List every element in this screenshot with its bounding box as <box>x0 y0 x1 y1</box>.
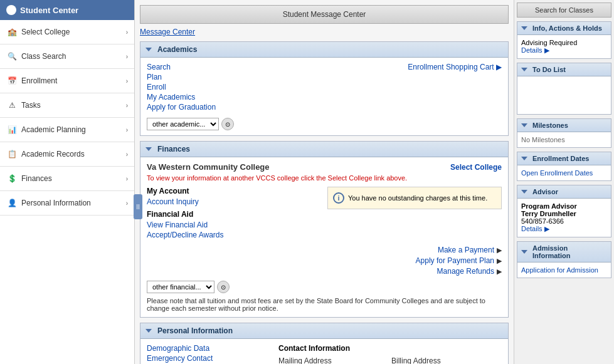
message-center-link[interactable]: Message Center <box>140 28 195 36</box>
chevron-right-icon-5: › <box>126 127 128 133</box>
view-financial-aid-link[interactable]: View Financial Aid <box>147 221 321 229</box>
demographic-data-link[interactable]: Demographic Data <box>147 344 272 353</box>
enrollment-cart-link[interactable]: Enrollment Shopping Cart ▶ <box>408 63 502 71</box>
academic-planning-icon: 📊 <box>6 124 18 135</box>
finances-right: i You have no outstanding charges at thi… <box>327 187 502 241</box>
fees-note: Please note that all tuition and most fe… <box>147 297 502 312</box>
account-inquiry-link[interactable]: Account Inquiry <box>147 197 321 206</box>
charges-box: i You have no outstanding charges at thi… <box>327 187 502 209</box>
sidebar-label-personal-information: Personal Information <box>21 199 91 207</box>
academics-dropdown[interactable]: other academic... Planner What-If Report <box>147 118 219 130</box>
academics-section: Academics Search Plan Enroll My Academic… <box>140 41 509 136</box>
sidebar: Student Center 🏫 Select College › 🔍 Clas… <box>0 0 135 364</box>
arrow-right-icon-3: ▶ <box>497 268 502 276</box>
tri-down-icon-6 <box>521 123 527 127</box>
sidebar-item-tasks[interactable]: ⚠ Tasks › <box>0 93 134 118</box>
chevron-right-icon-7: › <box>126 175 128 182</box>
finances-dropdown-row: other financial... Account Activity ⊙ <box>147 281 502 293</box>
tri-down-icon-7 <box>521 157 527 160</box>
todo-title: To Do List <box>532 66 566 73</box>
sidebar-item-personal-information[interactable]: 👤 Personal Information › <box>0 191 134 216</box>
advisor-header: Advisor <box>517 185 611 199</box>
tri-down-icon-2 <box>146 147 152 151</box>
enrollment-dates-title: Enrollment Dates <box>532 155 589 162</box>
tri-down-icon-4 <box>521 26 527 30</box>
search-icon: 🔍 <box>6 51 18 62</box>
contact-header: Contact Information <box>278 344 502 353</box>
program-advisor-label: Program Advisor <box>521 202 607 210</box>
sidebar-item-enrollment[interactable]: 📅 Enrollment › <box>0 69 134 93</box>
admission-section: Admission Information Application for Ad… <box>517 241 611 278</box>
select-college-link[interactable]: Select College <box>450 163 502 172</box>
todo-body <box>517 76 611 114</box>
charges-text: You have no outstanding charges at this … <box>348 194 487 202</box>
make-payment-link[interactable]: Make a Payment ▶ <box>147 246 502 254</box>
contact-info: Contact Information Mailing Address Bill… <box>278 344 502 364</box>
finances-dropdown[interactable]: other financial... Account Activity <box>147 281 214 293</box>
personal-info-header: Personal Information <box>140 323 508 339</box>
finances-icon: 💲 <box>6 173 18 184</box>
vccs-note: To view your information at another VCCS… <box>147 174 502 182</box>
sidebar-title: Student Center <box>20 6 78 15</box>
chevron-right-icon-8: › <box>126 200 128 207</box>
main-content: Student Message Center Message Center Ac… <box>135 0 514 364</box>
info-details-link[interactable]: Details ▶ <box>521 46 549 54</box>
info-actions-body: Advising Required Details ▶ <box>517 35 611 58</box>
academics-go-button[interactable]: ⊙ <box>221 118 234 130</box>
enrollment-icon: 📅 <box>6 75 18 86</box>
tri-down-icon-9 <box>521 250 527 254</box>
sidebar-item-academic-planning[interactable]: 📊 Academic Planning › <box>0 118 134 142</box>
application-admission-link[interactable]: Application for Admission <box>521 266 598 274</box>
tasks-icon: ⚠ <box>6 100 18 111</box>
academics-links: Search Plan Enroll My Academics Apply fo… <box>147 63 216 113</box>
enrollment-dates-header: Enrollment Dates <box>517 152 611 165</box>
advisor-title: Advisor <box>532 188 558 195</box>
sidebar-item-class-search[interactable]: 🔍 Class Search › <box>0 44 134 69</box>
my-academics-link[interactable]: My Academics <box>147 93 216 101</box>
milestones-title: Milestones <box>532 122 568 129</box>
contact-grid: Mailing Address Billing Address Withheld… <box>278 356 502 364</box>
drag-handle[interactable]: II <box>134 194 142 219</box>
tri-down-icon <box>146 48 152 51</box>
tri-down-icon-3 <box>146 329 152 333</box>
personal-grid: Demographic Data Emergency Contact Names… <box>147 344 502 364</box>
enrollment-dates-body: Open Enrollment Dates <box>517 165 611 180</box>
advisor-body: Program Advisor Terry Drumheller 540/857… <box>517 199 611 237</box>
sidebar-item-academic-records[interactable]: 📋 Academic Records › <box>0 142 134 167</box>
manage-refunds-link[interactable]: Manage Refunds ▶ <box>147 267 502 276</box>
arrow-right-icon-2: ▶ <box>497 257 502 265</box>
accept-decline-link[interactable]: Accept/Decline Awards <box>147 231 321 239</box>
sidebar-label-select-college: Select College <box>21 28 70 36</box>
open-enrollment-dates-link[interactable]: Open Enrollment Dates <box>521 169 593 177</box>
apply-payment-plan-link[interactable]: Apply for Payment Plan ▶ <box>147 256 502 265</box>
sidebar-label-class-search: Class Search <box>21 52 66 61</box>
chevron-right-icon-2: › <box>126 53 128 60</box>
account-links: Account Inquiry <box>147 197 321 206</box>
arrow-right-icon: ▶ <box>497 246 502 254</box>
student-center-icon <box>6 5 16 15</box>
right-panel: Search for Classes Info, Actions & Holds… <box>514 0 614 364</box>
milestones-section: Milestones No Milestones <box>517 118 611 148</box>
plan-link[interactable]: Plan <box>147 73 216 81</box>
message-center-button[interactable]: Student Message Center <box>140 5 509 24</box>
chevron-right-icon-4: › <box>126 102 128 109</box>
chevron-right-icon: › <box>126 29 128 36</box>
sidebar-label-finances: Finances <box>21 174 52 183</box>
finances-go-button[interactable]: ⊙ <box>217 281 230 293</box>
emergency-contact-link[interactable]: Emergency Contact <box>147 354 272 363</box>
advisor-details-link[interactable]: Details ▶ <box>521 225 549 232</box>
sidebar-item-select-college[interactable]: 🏫 Select College › <box>0 20 134 44</box>
search-classes-button[interactable]: Search for Classes <box>517 3 611 18</box>
chevron-right-icon-3: › <box>126 78 128 85</box>
enroll-link[interactable]: Enroll <box>147 83 216 91</box>
college-name: Va Western Community College <box>147 162 270 172</box>
advisor-name: Terry Drumheller <box>521 210 607 217</box>
mailing-address-label: Mailing Address <box>278 356 389 364</box>
chevron-right-icon-6: › <box>126 151 128 158</box>
apply-graduation-link[interactable]: Apply for Graduation <box>147 103 216 112</box>
tri-down-icon-8 <box>521 190 527 194</box>
sidebar-item-finances[interactable]: 💲 Finances › <box>0 167 134 191</box>
my-account-title: My Account <box>147 187 321 195</box>
search-link[interactable]: Search <box>147 63 216 71</box>
finances-section: Finances Va Western Community College Se… <box>140 141 509 318</box>
